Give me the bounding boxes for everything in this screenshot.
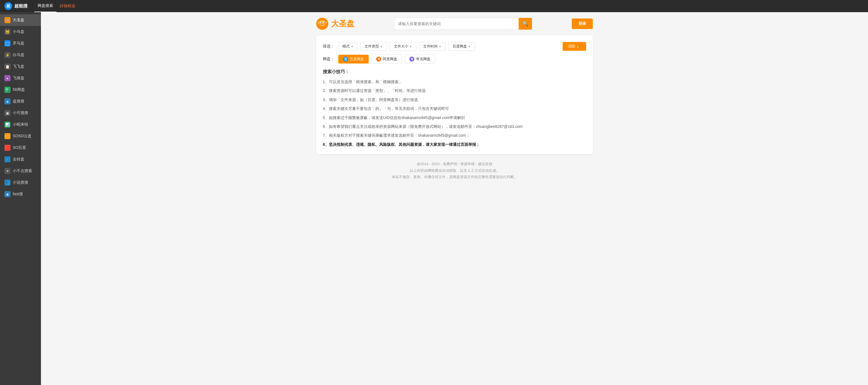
list-item: 7、相关版权方对于搜索关键词屏蔽需求请发送邮件至：shakanamo945@gm… bbox=[323, 132, 586, 138]
sidebar-item-quzhuanpan[interactable]: ↑ 去转盘 bbox=[0, 153, 41, 165]
top-nav-tabs: 网盘搜索 好物精选 bbox=[34, 0, 79, 12]
sidebar-item-baimapan[interactable]: ⚡ 白马盘 bbox=[0, 49, 41, 61]
sidebar-item-56wangpan[interactable]: 🔍 56网盘 bbox=[0, 84, 41, 96]
top-nav: 超 超能搜 网盘搜索 好物精选 bbox=[0, 0, 868, 12]
sidebar-item-xiaobusousou[interactable]: ✈ 小不点搜索 bbox=[0, 165, 41, 177]
xiaobusousou-icon: ✈ bbox=[4, 168, 10, 174]
tab-wangpan-search[interactable]: 网盘搜索 bbox=[34, 0, 56, 12]
fastsou-icon: ◆ bbox=[4, 191, 10, 197]
tips-list: 1、可以灵活选用「精准搜索」和「模糊搜索」 2、搜索资源时可以通过资源「类型」、… bbox=[323, 79, 586, 147]
filter-filesize[interactable]: 文件大小 ▼ bbox=[390, 42, 416, 51]
filter-filetime[interactable]: 文件时间 ▼ bbox=[419, 42, 445, 51]
footer-line2: 以上内容由网络爬虫自动抓取，以非人工方式自动生成。 bbox=[46, 167, 863, 174]
sidebar-item-xiaokesousou[interactable]: ▣ 小可搜搜 bbox=[0, 107, 41, 119]
svg-point-10 bbox=[325, 22, 327, 24]
main-content: 大圣盘 🔍 登录 筛选： 模式 ▼ bbox=[41, 12, 868, 385]
filter-label: 筛选： bbox=[323, 44, 334, 49]
brand: 大圣盘 bbox=[316, 18, 354, 30]
sidebar-item-xiaoshuosousou[interactable]: 📘 小说搜搜 bbox=[0, 177, 41, 188]
sidebar-item-fastsou[interactable]: ◆ fast搜 bbox=[0, 188, 41, 200]
baidu-disk-icon: 百 bbox=[343, 57, 348, 62]
list-item: 4、搜索关键次尽量不要包含「的」「与」等无关助词，只包含关键词即可 bbox=[323, 105, 586, 112]
tips-title: 搜索小技巧： bbox=[323, 69, 586, 75]
baimapan-icon: ⚡ bbox=[4, 52, 10, 58]
svg-point-6 bbox=[321, 24, 323, 25]
xiaomapan-icon: 🐱 bbox=[4, 29, 10, 35]
svg-point-4 bbox=[320, 22, 321, 23]
svg-point-1 bbox=[319, 20, 326, 26]
footer-copyright: @2014 - 2023 - 免费声明 - 资源举报 - 建议反馈 bbox=[46, 161, 863, 167]
sobaidu-icon: 🔴 bbox=[4, 145, 10, 151]
filter-mode[interactable]: 模式 ▼ bbox=[338, 42, 358, 51]
sidebar-item-xiaozhaolaila[interactable]: 📊 小昭来啦 bbox=[0, 119, 41, 130]
quzhuanpan-icon: ↑ bbox=[4, 156, 10, 163]
search-card-wrapper: 筛选： 模式 ▼ 文件类型 ▼ 文件大小 ▼ 文件时间 bbox=[316, 35, 593, 154]
login-button[interactable]: 登录 bbox=[572, 19, 593, 29]
feizhupan-icon: ● bbox=[4, 75, 10, 81]
list-item: 1、可以灵活选用「精准搜索」和「模糊搜索」 bbox=[323, 79, 586, 85]
disk-quark[interactable]: 夸 夸克网盘 bbox=[405, 55, 435, 64]
list-item: 3、增加「文件来源」如（百度、阿里网盘等）进行筛选 bbox=[323, 97, 586, 103]
sidebar-item-feizhupan[interactable]: ● 飞猪盘 bbox=[0, 72, 41, 84]
footer: @2014 - 2023 - 免费声明 - 资源举报 - 建议反馈 以上内容由网… bbox=[46, 154, 863, 184]
ali-disk-icon: 阿 bbox=[376, 57, 381, 62]
xiaozhaolaila-icon: 📊 bbox=[4, 121, 10, 128]
filter-baidupan[interactable]: 百度网盘 ▼ bbox=[448, 42, 475, 51]
sidebar-item-feifeipan[interactable]: 📋 飞飞盘 bbox=[0, 61, 41, 72]
sosoyunpan-icon: ⬡ bbox=[4, 133, 10, 139]
svg-point-9 bbox=[317, 22, 319, 24]
footer-line3: 本站不储存、复制、传播任何文件，其网盘资源文件的完整性需要您自行判断。 bbox=[46, 174, 863, 180]
tips-section: 搜索小技巧： 1、可以灵活选用「精准搜索」和「模糊搜索」 2、搜索资源时可以通过… bbox=[323, 69, 586, 147]
filter-filetype[interactable]: 文件类型 ▼ bbox=[361, 42, 387, 51]
baidupan-arrow-icon: ▼ bbox=[468, 45, 471, 48]
filter-row: 筛选： 模式 ▼ 文件类型 ▼ 文件大小 ▼ 文件时间 bbox=[323, 42, 586, 51]
clear-button[interactable]: 清除 🧹 bbox=[563, 42, 586, 51]
disk-ali[interactable]: 阿 阿里网盘 bbox=[371, 55, 402, 64]
feifeipan-icon: 📋 bbox=[4, 64, 10, 70]
disk-baidu[interactable]: 百 百度网盘 bbox=[338, 55, 369, 64]
search-input[interactable] bbox=[394, 19, 519, 29]
xiaokesousou-icon: ▣ bbox=[4, 110, 10, 116]
svg-point-5 bbox=[324, 22, 325, 23]
tab-haowu-jingxuan[interactable]: 好物精选 bbox=[56, 0, 79, 12]
filesize-arrow-icon: ▼ bbox=[409, 45, 412, 48]
dashengpan-icon: 🐵 bbox=[4, 17, 10, 23]
brand-monkey-icon bbox=[316, 18, 328, 30]
list-item: 6、如有希望我们重点关注或收录的资源网站来源（限免费开放式网站），请发送邮件至：… bbox=[323, 124, 586, 130]
filetime-arrow-icon: ▼ bbox=[439, 45, 441, 48]
disk-filter-row: 网盘： 百 百度网盘 阿 阿里网盘 夸 夸克网盘 bbox=[323, 55, 586, 64]
sidebar-item-xiaomapan[interactable]: 🐱 小马盘 bbox=[0, 26, 41, 38]
brand-name: 大圣盘 bbox=[331, 19, 354, 29]
luomapan-icon: ◯ bbox=[4, 40, 10, 46]
xiaoshuosousou-icon: 📘 bbox=[4, 179, 10, 185]
search-icon: 🔍 bbox=[522, 21, 528, 27]
quark-disk-icon: 夸 bbox=[409, 57, 414, 62]
disk-label: 网盘： bbox=[323, 57, 334, 62]
sidebar-item-luomapan[interactable]: ◯ 罗马盘 bbox=[0, 38, 41, 49]
search-card: 筛选： 模式 ▼ 文件类型 ▼ 文件大小 ▼ 文件时间 bbox=[316, 35, 593, 154]
logo-text: 超能搜 bbox=[14, 3, 28, 9]
pansousou-icon: ◈ bbox=[4, 98, 10, 104]
list-item: 5、如搜索过于频繁被屏蔽，请发送UID信息给shakanamo945@gmail… bbox=[323, 115, 586, 121]
sidebar-item-dashengpan[interactable]: 🐵 大圣盘 bbox=[0, 14, 41, 26]
layout: 🐵 大圣盘 🐱 小马盘 ◯ 罗马盘 ⚡ 白马盘 📋 飞飞盘 ● 飞猪盘 🔍 56… bbox=[0, 12, 868, 385]
filetype-arrow-icon: ▼ bbox=[380, 45, 383, 48]
56wangpan-icon: 🔍 bbox=[4, 87, 10, 93]
list-item-bold: 8、坚决抵制劣质、违规、隐私、风险版权、其他问题资源，请大家发现一律通过页面举报… bbox=[323, 141, 586, 147]
sidebar-item-pansousou[interactable]: ◈ 盘搜搜 bbox=[0, 96, 41, 107]
logo-icon: 超 bbox=[4, 2, 12, 10]
header-area: 大圣盘 🔍 登录 bbox=[316, 18, 593, 30]
list-item: 2、搜索资源时可以通过资源「类型」、「时间」等进行筛选 bbox=[323, 88, 586, 94]
search-button[interactable]: 🔍 bbox=[519, 18, 532, 30]
logo[interactable]: 超 超能搜 bbox=[4, 2, 28, 10]
sidebar: 🐵 大圣盘 🐱 小马盘 ◯ 罗马盘 ⚡ 白马盘 📋 飞飞盘 ● 飞猪盘 🔍 56… bbox=[0, 12, 41, 385]
search-bar: 🔍 bbox=[394, 18, 532, 30]
sidebar-item-sobaidu[interactable]: 🔴 SO百度 bbox=[0, 142, 41, 153]
sidebar-item-sosoyunpan[interactable]: ⬡ SOSO云盘 bbox=[0, 130, 41, 142]
mode-arrow-icon: ▼ bbox=[351, 45, 353, 48]
